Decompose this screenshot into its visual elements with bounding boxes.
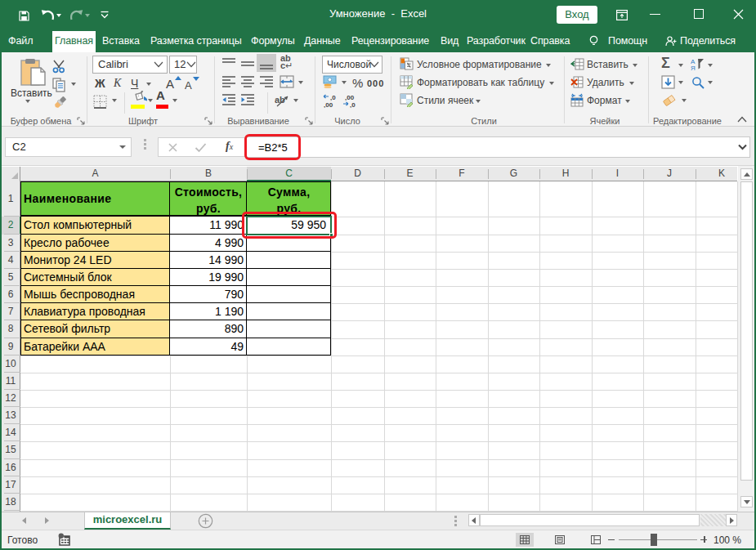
svg-text:,0: ,0	[350, 101, 356, 108]
svg-text:,0: ,0	[330, 94, 336, 101]
svg-text:,00: ,00	[324, 101, 333, 108]
svg-text:Я: Я	[691, 65, 696, 71]
svg-text:,00: ,00	[345, 94, 355, 101]
